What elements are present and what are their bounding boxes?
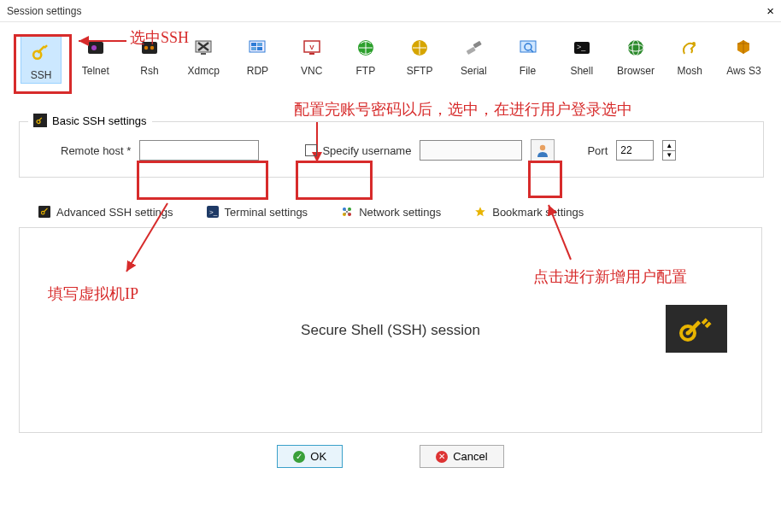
cancel-button[interactable]: ✕ Cancel [420, 445, 503, 468]
tab-label: Terminal settings [225, 206, 308, 219]
svg-rect-19 [309, 53, 314, 55]
protocol-label: Mosh [678, 65, 702, 77]
port-label: Port [587, 144, 608, 157]
remote-host-input[interactable] [139, 140, 259, 161]
tab-bookmark[interactable]: Bookmark settings [467, 202, 590, 222]
port-spinner[interactable]: ▲▼ [662, 140, 676, 161]
specify-username-checkbox[interactable] [305, 144, 317, 156]
vnc-icon: V [298, 34, 326, 61]
network-icon [340, 205, 354, 219]
key-icon [676, 312, 717, 346]
telnet-icon [82, 34, 109, 61]
user-manager-button[interactable] [531, 139, 555, 161]
ftp-icon [352, 34, 379, 61]
remote-host-label: Remote host * [61, 144, 131, 157]
protocol-ssh[interactable]: SSH [21, 34, 62, 84]
svg-point-6 [91, 45, 97, 50]
aws-icon [730, 34, 757, 61]
svg-rect-16 [257, 47, 262, 50]
ok-label: OK [310, 450, 326, 463]
protocol-label: FTP [356, 65, 376, 77]
tab-label: Network settings [359, 206, 441, 219]
protocol-ftp[interactable]: FTP [345, 34, 385, 84]
protocol-file[interactable]: File [508, 34, 548, 84]
star-icon [473, 205, 487, 219]
svg-rect-34 [38, 117, 42, 120]
file-icon [514, 34, 542, 61]
mosh-icon [676, 34, 703, 61]
group-legend: Basic SSH settings [28, 114, 152, 127]
svg-text:>_: >_ [209, 208, 218, 216]
protocol-serial[interactable]: Serial [454, 34, 494, 84]
window-title: Session settings [7, 5, 81, 17]
session-type-label: Secure Shell (SSH) session [301, 322, 480, 339]
protocol-label: RDP [247, 65, 268, 77]
settings-tabs: Advanced SSH settings >_ Terminal settin… [19, 196, 762, 228]
key-icon [38, 205, 51, 219]
tab-label: Advanced SSH settings [56, 206, 173, 219]
group-legend-text: Basic SSH settings [52, 114, 147, 127]
protocol-label: Browser [617, 65, 655, 77]
protocol-label: SSH [31, 69, 52, 81]
svg-rect-13 [251, 43, 256, 46]
protocol-rdp[interactable]: RDP [238, 34, 278, 84]
username-input[interactable] [420, 140, 522, 161]
specify-username-label: Specify username [322, 144, 411, 157]
svg-point-33 [37, 120, 40, 124]
protocol-vnc[interactable]: V VNC [291, 34, 332, 84]
annotation-config-user: 配置完账号密码以后，选中，在进行用户登录选中 [294, 99, 632, 120]
protocol-aws-s3[interactable]: Aws S3 [724, 34, 764, 84]
protocol-label: Serial [461, 65, 487, 77]
cancel-label: Cancel [453, 450, 487, 463]
close-icon[interactable]: × [750, 3, 774, 18]
tab-advanced-ssh[interactable]: Advanced SSH settings [31, 202, 180, 222]
x-icon: ✕ [436, 451, 448, 463]
svg-text:V: V [309, 44, 314, 51]
basic-ssh-settings-group: Basic SSH settings Remote host * Specify… [19, 121, 764, 178]
dialog-buttons: ✓ OK ✕ Cancel [0, 445, 781, 468]
titlebar: Session settings × [0, 0, 781, 22]
check-icon: ✓ [293, 451, 305, 463]
key-icon [33, 114, 47, 127]
protocol-label: Telnet [82, 65, 109, 77]
spinner-up[interactable]: ▲ [663, 141, 675, 151]
tab-terminal[interactable]: >_ Terminal settings [199, 202, 315, 222]
svg-point-32 [692, 42, 696, 45]
protocol-toolbar: SSH Telnet Rsh Xdmcp RDP V VNC FTP SFTP … [0, 22, 781, 92]
protocol-telnet[interactable]: Telnet [75, 34, 115, 84]
svg-rect-23 [473, 41, 482, 49]
protocol-browser[interactable]: Browser [615, 34, 655, 84]
svg-rect-4 [44, 44, 48, 49]
ssh-key-graphic [666, 305, 727, 353]
session-description-pane: Secure Shell (SSH) session [19, 228, 762, 433]
rdp-icon [244, 34, 271, 61]
port-input[interactable] [616, 140, 654, 161]
ok-button[interactable]: ✓ OK [277, 445, 343, 468]
terminal-icon: >_ [206, 205, 220, 219]
serial-icon [460, 34, 487, 61]
protocol-rsh[interactable]: Rsh [129, 34, 169, 84]
protocol-xdmcp[interactable]: Xdmcp [184, 34, 224, 84]
key-icon [27, 38, 55, 66]
protocol-shell[interactable]: >_ Shell [561, 34, 602, 84]
svg-point-29 [628, 40, 643, 56]
svg-rect-14 [257, 43, 262, 46]
svg-point-9 [150, 46, 154, 50]
svg-rect-15 [251, 47, 256, 50]
protocol-label: Rsh [140, 65, 158, 77]
sftp-icon [406, 34, 433, 61]
svg-rect-12 [250, 41, 265, 52]
protocol-label: Xdmcp [188, 65, 220, 77]
protocol-mosh[interactable]: Mosh [670, 34, 710, 84]
svg-rect-7 [142, 42, 157, 54]
protocol-label: SFTP [407, 65, 433, 77]
svg-point-8 [144, 46, 148, 50]
spinner-down[interactable]: ▼ [663, 151, 675, 161]
svg-rect-22 [467, 47, 476, 55]
protocol-label: File [520, 65, 536, 77]
protocol-sftp[interactable]: SFTP [399, 34, 439, 84]
xdmcp-icon [190, 34, 217, 61]
svg-text:>_: >_ [577, 43, 586, 51]
tab-network[interactable]: Network settings [333, 202, 448, 222]
form-row: Remote host * Specify username Port ▲▼ [35, 139, 748, 161]
